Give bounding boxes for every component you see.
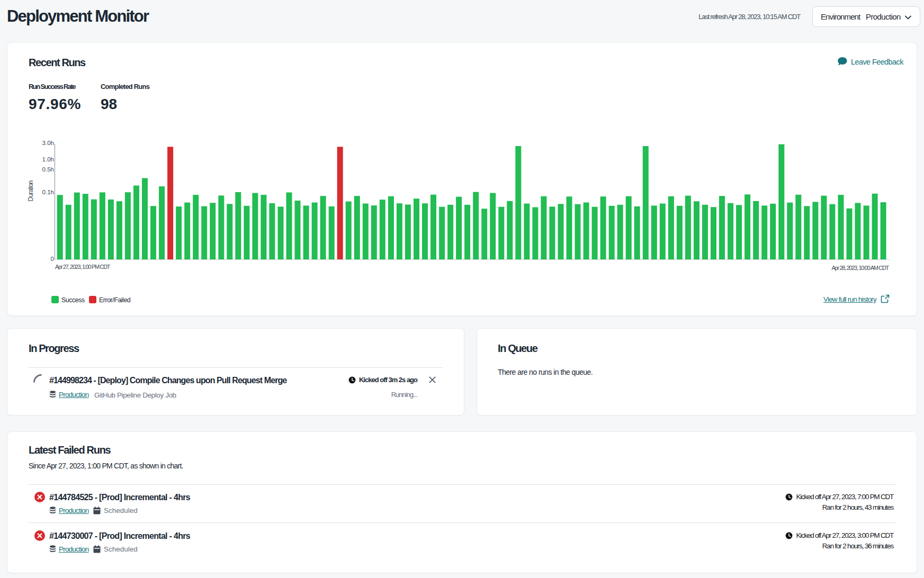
svg-text:Success: Success — [61, 296, 85, 304]
svg-text:0: 0 — [51, 256, 54, 262]
svg-text:0.1h: 0.1h — [42, 189, 54, 195]
svg-text:3.0h: 3.0h — [42, 140, 54, 146]
svg-text:Apr 28, 2023, 10:00 AM CDT: Apr 28, 2023, 10:00 AM CDT — [832, 265, 890, 271]
svg-text:1.0h: 1.0h — [42, 156, 54, 162]
svg-text:Apr 27, 2023, 1:00 PM CDT: Apr 27, 2023, 1:00 PM CDT — [55, 264, 111, 270]
svg-text:Error/Failed: Error/Failed — [99, 296, 131, 304]
svg-text:Duration: Duration — [27, 180, 34, 201]
svg-text:0.5h: 0.5h — [42, 166, 54, 173]
